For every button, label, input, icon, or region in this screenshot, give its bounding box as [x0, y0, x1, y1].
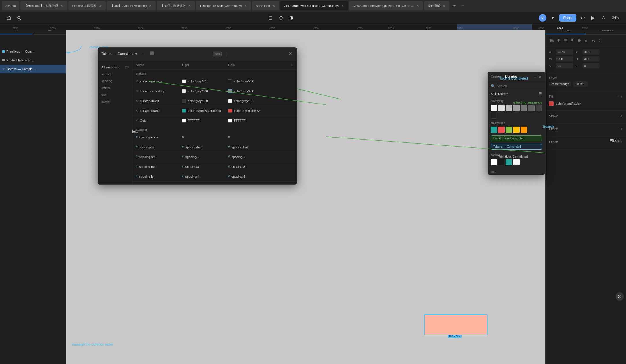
- search-icon[interactable]: [15, 14, 23, 22]
- tab-aone[interactable]: Aone Icon ✕: [252, 1, 279, 10]
- var-light-cell[interactable]: 0: [182, 136, 228, 139]
- fill-color-swatch[interactable]: [549, 101, 554, 106]
- sidebar-surface[interactable]: surface: [98, 71, 132, 78]
- font-preview-icon[interactable]: A: [599, 14, 608, 22]
- distribute-h-icon[interactable]: ⇔: [591, 37, 596, 43]
- color-swatch[interactable]: [506, 127, 512, 133]
- tab-dp[interactable]: 【DP】- 数据服务 ✕: [157, 1, 195, 10]
- align-right-icon[interactable]: [563, 37, 569, 43]
- var-dark-cell[interactable]: # spacing/half: [228, 145, 293, 149]
- tab-explore[interactable]: Explore-人群探索 ✕: [68, 1, 106, 10]
- var-light-cell[interactable]: # spacing/half: [182, 145, 228, 149]
- align-left-icon[interactable]: [549, 37, 555, 43]
- var-dark-cell[interactable]: # spacing/1: [228, 155, 293, 159]
- tool-plugin-icon[interactable]: [616, 292, 624, 301]
- color-swatch[interactable]: [491, 112, 497, 119]
- chevron-down-icon[interactable]: ▾: [549, 14, 557, 22]
- var-dark-cell[interactable]: 0: [228, 136, 293, 139]
- lib-search-input[interactable]: [497, 84, 542, 88]
- color-swatch[interactable]: [506, 105, 512, 111]
- var-dark-cell[interactable]: # spacing/3: [228, 165, 293, 168]
- rotation-input[interactable]: [556, 63, 573, 68]
- distribute-v-icon[interactable]: ⇕: [597, 37, 603, 43]
- home-icon[interactable]: [5, 14, 13, 22]
- color-swatch[interactable]: [498, 105, 505, 111]
- tab-audience[interactable]: 【Audience】- 人群管理 ✕: [20, 1, 68, 10]
- var-light-cell[interactable]: # spacing/4: [182, 175, 228, 178]
- var-dark-cell[interactable]: color/gray/900: [228, 79, 293, 83]
- add-column-button[interactable]: +: [291, 62, 293, 67]
- var-light-cell[interactable]: FFFFFF: [182, 119, 228, 123]
- var-dark-cell[interactable]: # spacing/4: [228, 175, 293, 178]
- sidebar-text[interactable]: text: [98, 91, 132, 98]
- zoom-level[interactable]: 34%: [610, 15, 621, 21]
- fill-add-button[interactable]: +: [620, 94, 623, 99]
- var-light-cell[interactable]: color/brand/watermelon: [182, 109, 228, 113]
- fill-subtract-button[interactable]: −: [616, 94, 618, 99]
- tab-close-icon[interactable]: ✕: [415, 4, 419, 8]
- var-light-cell[interactable]: color/gray/800: [182, 89, 228, 93]
- color-swatch[interactable]: [498, 159, 505, 165]
- align-bottom-icon[interactable]: [584, 37, 589, 43]
- tab-color-test[interactable]: 朦色测试 ✕: [424, 1, 449, 10]
- contrast-icon[interactable]: [287, 14, 295, 22]
- modal-layout-toggle[interactable]: [150, 51, 154, 57]
- blend-mode-selector[interactable]: Pass through: [549, 82, 571, 86]
- align-top-icon[interactable]: [570, 37, 576, 43]
- tab-close-icon[interactable]: ✕: [60, 4, 64, 8]
- tab-close-icon[interactable]: ✕: [442, 4, 446, 8]
- modal-close-button[interactable]: ✕: [288, 51, 293, 57]
- var-light-cell[interactable]: color/gray/50: [182, 79, 228, 83]
- var-dark-cell[interactable]: color/gray/400: [228, 89, 293, 93]
- stroke-add-button[interactable]: +: [620, 114, 623, 118]
- color-swatch[interactable]: [528, 105, 535, 111]
- color-swatch[interactable]: [491, 159, 497, 165]
- layer-item-primitives[interactable]: Primitives — Com...: [0, 47, 66, 56]
- color-swatch[interactable]: [498, 127, 505, 133]
- tab-tdesign[interactable]: TDesign for web (Community) ✕: [196, 1, 251, 10]
- sidebar-spacing[interactable]: spacing: [98, 78, 132, 85]
- avatar[interactable]: U: [539, 14, 546, 22]
- tab-advanced[interactable]: Advanced prototyping playground (Comm...…: [349, 1, 423, 10]
- color-swatch[interactable]: [536, 105, 542, 111]
- export-add-button[interactable]: +: [620, 140, 623, 144]
- tab-close-icon[interactable]: ✕: [148, 4, 152, 8]
- var-light-cell[interactable]: color/gray/900: [182, 99, 228, 103]
- var-light-cell[interactable]: # spacing/3: [182, 165, 228, 168]
- shape-tool-icon[interactable]: [277, 14, 285, 22]
- frame-tool-icon[interactable]: [267, 14, 275, 22]
- tab-close-icon[interactable]: ✕: [243, 4, 248, 8]
- var-dark-cell[interactable]: color/gray/50: [228, 99, 293, 103]
- var-dark-cell[interactable]: color/brand/cherry: [228, 109, 293, 113]
- tab-close-icon[interactable]: ✕: [272, 4, 276, 8]
- align-center-h-icon[interactable]: [556, 37, 562, 43]
- primitives-completed-row[interactable]: Primitives — Completed: [488, 134, 545, 142]
- tab-close-icon[interactable]: ✕: [188, 4, 192, 8]
- y-input[interactable]: [582, 49, 600, 55]
- color-swatch[interactable]: [506, 159, 512, 165]
- color-swatch[interactable]: [513, 127, 520, 133]
- tabs-more-button[interactable]: ···: [461, 4, 464, 8]
- color-swatch[interactable]: [513, 105, 520, 111]
- corner-input[interactable]: [582, 63, 600, 68]
- lib-list-icon[interactable]: ☰: [539, 92, 542, 96]
- color-swatch[interactable]: [491, 127, 497, 133]
- share-button[interactable]: Share: [559, 14, 576, 22]
- color-swatch[interactable]: [513, 159, 520, 165]
- opacity-input[interactable]: [573, 81, 588, 87]
- var-light-cell[interactable]: # spacing/1: [182, 155, 228, 159]
- layer-item-tokens[interactable]: ✓ Tokens — Comple...: [0, 65, 66, 73]
- color-swatch[interactable]: [521, 127, 527, 133]
- color-swatch[interactable]: [521, 105, 527, 111]
- sidebar-border[interactable]: border: [98, 98, 132, 105]
- effects-add-button[interactable]: +: [620, 127, 623, 131]
- tab-system[interactable]: system: [2, 1, 19, 10]
- filter-expand-icon[interactable]: ▾: [506, 92, 508, 96]
- x-input[interactable]: [556, 49, 573, 55]
- layer-item-product[interactable]: Product Interactio...: [0, 56, 66, 65]
- modal-more-button[interactable]: ···: [142, 51, 145, 57]
- tab-get-started[interactable]: Get started with variables (Community) ✕: [280, 1, 348, 10]
- new-tab-button[interactable]: +: [451, 2, 459, 10]
- code-view-icon[interactable]: [579, 14, 587, 22]
- tab-om[interactable]: 【OM】- Object Modeling ✕: [107, 1, 156, 10]
